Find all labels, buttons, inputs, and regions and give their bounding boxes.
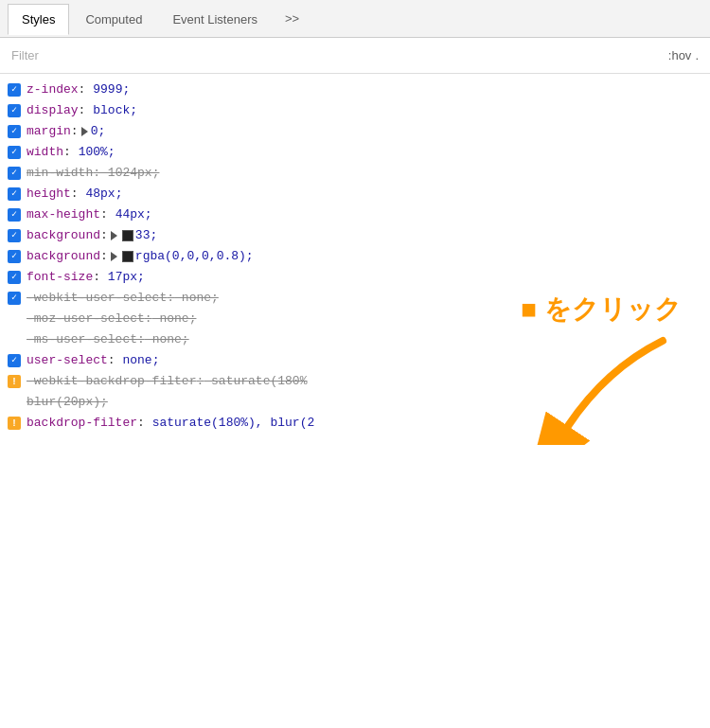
checkbox-background-1[interactable]: [8, 229, 21, 242]
prop-name-moz-user-select: -moz-user-select: [27, 310, 145, 328]
checkbox-width[interactable]: [8, 146, 21, 159]
prop-name-min-width: min-width: [27, 164, 93, 183]
style-row-width: width: 100%;: [0, 142, 710, 163]
background-1-swatch[interactable]: [122, 230, 133, 241]
background-2-swatch[interactable]: [122, 251, 133, 262]
prop-value-background-1: 33;: [135, 226, 157, 245]
style-row-webkit-backdrop-filter: -webkit-backdrop-filter: saturate(180%: [0, 371, 710, 392]
style-row-z-index: z-index: 9999;: [0, 80, 710, 100]
devtools-panel: Styles Computed Event Listeners >> Filte…: [0, 0, 710, 728]
checkbox-user-select[interactable]: [8, 354, 21, 367]
checkbox-max-height[interactable]: [8, 208, 21, 222]
style-row-display: display: block;: [0, 100, 710, 121]
prop-name-webkit-user-select: -webkit-user-select: [27, 289, 167, 308]
prop-name-background-1: background: [27, 226, 100, 245]
checkbox-webkit-user-select[interactable]: [8, 292, 21, 305]
style-row-font-size: font-size: 17px;: [0, 267, 710, 288]
style-row-background-2: background: rgba(0,0,0,0.8);: [0, 246, 710, 267]
prop-value-margin: 0;: [91, 122, 106, 141]
styles-content: ■ をクリック z-index: 9999; display: block;: [0, 74, 710, 728]
prop-name-user-select: user-select: [27, 351, 108, 370]
prop-value-max-height: 44px;: [108, 205, 152, 224]
checkbox-margin[interactable]: [8, 125, 21, 138]
style-row-background-1: background: 33;: [0, 225, 710, 246]
checkbox-backdrop-filter[interactable]: [8, 417, 21, 430]
prop-value-backdrop-filter: saturate(180%), blur(2: [145, 414, 314, 433]
prop-value-ms-user-select: none;: [145, 330, 189, 349]
prop-value-display: block;: [85, 101, 137, 120]
background-2-triangle[interactable]: [111, 252, 117, 261]
prop-value-min-width: 1024px;: [100, 164, 159, 183]
prop-name-margin: margin: [27, 122, 71, 141]
checkbox-background-2[interactable]: [8, 250, 21, 263]
style-row-webkit-user-select: -webkit-user-select: none;: [0, 288, 710, 309]
style-row-margin: margin: 0;: [0, 121, 710, 142]
prop-name-background-2: background: [27, 247, 100, 266]
prop-value-font-size: 17px;: [100, 268, 145, 287]
prop-value-moz-user-select: none;: [152, 310, 197, 328]
tab-computed[interactable]: Computed: [71, 4, 156, 35]
prop-value-height: 48px;: [79, 185, 123, 204]
style-row-moz-user-select: -moz-user-select: none;: [0, 309, 710, 329]
style-row-max-height: max-height: 44px;: [0, 204, 710, 225]
prop-name-backdrop-filter: backdrop-filter: [27, 414, 137, 433]
tab-styles[interactable]: Styles: [8, 4, 69, 35]
prop-value-width: 100%;: [71, 143, 115, 162]
checkbox-z-index[interactable]: [8, 83, 21, 97]
checkbox-font-size[interactable]: [8, 271, 21, 284]
style-row-ms-user-select: -ms-user-select: none;: [0, 329, 710, 350]
prop-name-width: width: [27, 143, 63, 162]
prop-name-font-size: font-size: [27, 268, 93, 287]
prop-name-ms-user-select: -ms-user-select: [27, 330, 137, 349]
prop-value-background-2: rgba(0,0,0,0.8);: [135, 247, 254, 266]
prop-value-webkit-backdrop-filter: saturate(180%: [204, 372, 307, 391]
checkbox-display[interactable]: [8, 104, 21, 117]
filter-hov-label[interactable]: :hov: [668, 48, 692, 62]
style-row-backdrop-filter: backdrop-filter: saturate(180%), blur(2: [0, 413, 710, 434]
prop-value-z-index: 9999;: [85, 80, 130, 99]
checkbox-height[interactable]: [8, 187, 21, 201]
prop-name-display: display: [27, 101, 79, 120]
margin-triangle[interactable]: [81, 127, 88, 136]
checkbox-min-width[interactable]: [8, 167, 21, 180]
tab-event-listeners[interactable]: Event Listeners: [158, 4, 272, 35]
style-row-user-select: user-select: none;: [0, 350, 710, 371]
checkbox-webkit-backdrop-filter[interactable]: [8, 375, 21, 388]
filter-hov-area: :hov .: [668, 48, 699, 62]
style-row-blur: blur(20px);: [0, 392, 710, 413]
prop-value-user-select: none;: [115, 351, 160, 370]
prop-name-height: height: [27, 185, 71, 204]
prop-name-z-index: z-index: [27, 80, 79, 99]
tab-more[interactable]: >>: [277, 6, 307, 31]
style-row-min-width: min-width: 1024px;: [0, 163, 710, 184]
filter-placeholder: Filter: [11, 48, 39, 62]
background-1-triangle[interactable]: [111, 231, 117, 240]
tab-bar: Styles Computed Event Listeners >>: [0, 0, 710, 38]
prop-value-blur: blur(20px);: [27, 393, 108, 412]
prop-name-webkit-backdrop-filter: -webkit-backdrop-filter: [27, 372, 196, 391]
prop-name-max-height: max-height: [27, 205, 100, 224]
filter-dot: .: [695, 48, 699, 62]
filter-bar: Filter :hov .: [0, 38, 710, 74]
style-row-height: height: 48px;: [0, 184, 710, 204]
prop-value-webkit-user-select: none;: [174, 289, 219, 308]
